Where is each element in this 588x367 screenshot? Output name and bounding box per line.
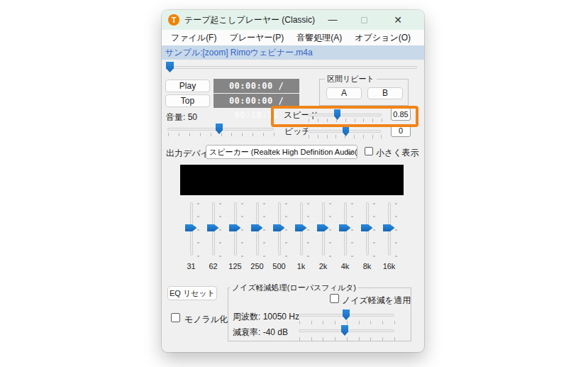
eq-band-label: 500 <box>268 262 290 270</box>
eq-slider-ticks <box>197 203 199 257</box>
eq-band-label: 31 <box>180 262 202 270</box>
eq-slider-31[interactable]: 31 <box>180 202 202 273</box>
app-icon: T <box>168 14 179 26</box>
eq-band-label: 125 <box>224 262 246 270</box>
eq-slider-ticks <box>395 203 397 257</box>
eq-slider-thumb[interactable] <box>185 224 197 231</box>
eq-slider-ticks <box>219 203 221 257</box>
waveform-display <box>180 165 404 195</box>
eq-slider-1k[interactable]: 1k <box>290 202 312 273</box>
eq-slider-thumb[interactable] <box>383 224 395 231</box>
attenuation-label: 減衰率: -40 dB <box>233 327 288 339</box>
eq-band-label: 16k <box>378 262 400 270</box>
file-info-bar: サンプル:[zoom] Rimoウェビナー.m4a <box>162 45 424 60</box>
output-device-selected: スピーカー (Realtek High Definition Audio(S <box>209 148 357 156</box>
frequency-slider-ticks <box>299 321 395 324</box>
menu-bar: ファイル(F) プレーヤー(P) 音響処理(A) オプション(O) <box>162 30 424 45</box>
eq-slider-8k[interactable]: 8k <box>356 202 378 273</box>
eq-slider-thumb[interactable] <box>339 224 351 231</box>
eq-slider-thumb[interactable] <box>317 224 329 231</box>
eq-slider-ticks <box>285 203 287 257</box>
eq-slider-thumb[interactable] <box>229 224 241 231</box>
eq-slider-16k[interactable]: 16k <box>378 202 400 273</box>
eq-slider-250[interactable]: 250 <box>246 202 268 273</box>
menu-options[interactable]: オプション(O) <box>348 30 417 45</box>
maximize-button[interactable] <box>353 10 375 30</box>
menu-file[interactable]: ファイル(F) <box>165 30 223 45</box>
attenuation-slider-ticks <box>299 337 395 341</box>
mono-label: モノラル化 <box>184 314 228 326</box>
ab-repeat-title: 区間リピート <box>325 74 377 84</box>
repeat-a-button[interactable]: A <box>326 87 362 99</box>
seek-slider-track[interactable] <box>167 66 417 69</box>
small-view-label: 小さく表示 <box>376 147 419 159</box>
speed-slider-track[interactable] <box>308 114 382 116</box>
file-name-text: サンプル:[zoom] Rimoウェビナー.m4a <box>165 45 313 60</box>
volume-slider-ticks <box>168 133 274 136</box>
eq-slider-ticks <box>351 203 353 257</box>
eq-slider-thumb[interactable] <box>273 224 285 231</box>
eq-slider-125[interactable]: 125 <box>224 202 246 273</box>
noise-apply-checkbox[interactable] <box>330 294 339 303</box>
eq-band-label: 250 <box>246 262 268 270</box>
eq-slider-thumb[interactable] <box>207 224 219 231</box>
volume-label: 音量: 50 <box>166 111 197 124</box>
eq-band-label: 4k <box>334 262 356 270</box>
pitch-slider-ticks <box>309 135 382 138</box>
eq-slider-4k[interactable]: 4k <box>334 202 356 273</box>
time-display-main: 00:00:00 / 00:18:11 <box>213 79 299 93</box>
pitch-value-box[interactable]: 0 <box>391 124 411 137</box>
pitch-label: ピッチ <box>284 126 311 138</box>
small-view-checkbox[interactable] <box>365 147 373 155</box>
play-button[interactable]: Play <box>165 80 210 92</box>
eq-slider-ticks <box>329 203 331 257</box>
top-button[interactable]: Top <box>165 94 210 107</box>
frequency-label: 周波数: 10050 Hz <box>233 311 299 323</box>
window-title: テープ起こしプレーヤー (Classic) <box>184 10 315 30</box>
minimize-button[interactable]: — <box>322 10 343 30</box>
speed-slider-ticks <box>309 119 382 122</box>
output-device-select[interactable]: スピーカー (Realtek High Definition Audio(S <box>206 145 357 159</box>
speed-value-box[interactable]: 0.85 <box>391 108 411 121</box>
eq-slider-thumb[interactable] <box>295 224 307 231</box>
eq-slider-62[interactable]: 62 <box>202 202 224 273</box>
noise-reduction-title: ノイズ軽減処理(ローパスフィルタ) <box>230 283 358 293</box>
eq-slider-thumb[interactable] <box>251 224 263 231</box>
eq-slider-2k[interactable]: 2k <box>312 202 334 273</box>
equalizer-section: 31 62 125 250 500 <box>180 202 400 273</box>
eq-reset-button[interactable]: EQ リセット <box>167 286 217 300</box>
noise-apply-label: ノイズ軽減を適用 <box>342 295 411 307</box>
eq-slider-ticks <box>373 203 375 257</box>
menu-audio-processing[interactable]: 音響処理(A) <box>290 30 348 45</box>
seek-slider-thumb[interactable] <box>166 62 174 72</box>
eq-band-label: 8k <box>356 262 378 270</box>
eq-slider-thumb[interactable] <box>361 224 373 231</box>
close-button[interactable]: ✕ <box>386 10 410 30</box>
repeat-b-button[interactable]: B <box>367 87 403 99</box>
title-bar[interactable]: T テープ起こしプレーヤー (Classic) — ✕ <box>162 10 424 30</box>
maximize-icon <box>361 17 367 23</box>
menu-player[interactable]: プレーヤー(P) <box>223 30 290 45</box>
eq-band-label: 2k <box>312 262 334 270</box>
eq-slider-ticks <box>307 203 309 257</box>
eq-band-label: 1k <box>290 262 312 270</box>
eq-slider-500[interactable]: 500 <box>268 202 290 273</box>
eq-slider-ticks <box>263 203 265 257</box>
time-display-sub: 00:00:00 / 00:18:11 <box>213 94 299 108</box>
app-window: T テープ起こしプレーヤー (Classic) — ✕ ファイル(F) プレーヤ… <box>162 10 424 352</box>
eq-band-label: 62 <box>202 262 224 270</box>
eq-slider-ticks <box>241 203 243 257</box>
mono-checkbox[interactable] <box>171 313 180 322</box>
